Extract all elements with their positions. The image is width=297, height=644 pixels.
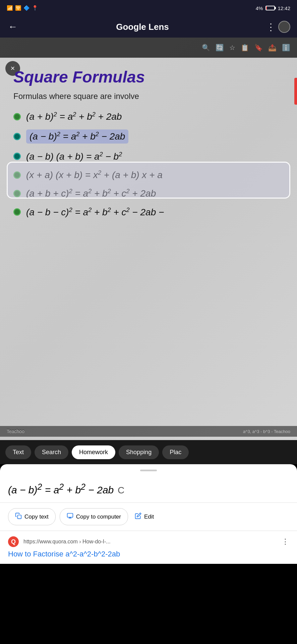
tab-places[interactable]: Plac	[162, 445, 189, 459]
list-item: (a − b) (a + b) = a2 − b2	[13, 151, 287, 162]
bluetooth-icon: 🔷	[23, 5, 30, 11]
svg-rect-1	[67, 514, 73, 518]
tab-shopping[interactable]: Shopping	[119, 445, 159, 459]
more-options-icon[interactable]: ⋮	[266, 21, 276, 33]
formula-text: (a − b) (a + b) = a2 − b2	[26, 151, 122, 162]
result-favicon: Q	[8, 536, 19, 547]
bullet-icon	[13, 153, 21, 160]
bottom-sheet: (a − b)2 = a2 + b2 − 2ab C Copy text	[0, 464, 297, 564]
header-title-bold: Lens	[148, 22, 169, 32]
result-item: Q https://www.quora.com › How-do-I-... ⋮	[8, 536, 289, 547]
status-bar: 📶 🛜 🔷 📍 4% 12:42	[0, 0, 297, 16]
copy-text-button[interactable]: Copy text	[8, 508, 56, 525]
image-bottom-bar: Teachoo a^3, a^3 - b^3 - Teachoo	[0, 426, 297, 437]
formula-subtitle: Formulas where square are involve	[13, 92, 287, 101]
bottom-text-right: a^3, a^3 - b^3 - Teachoo	[243, 429, 290, 434]
bullet-icon	[13, 133, 21, 140]
toolbar-icons: 🔍 🔄 ☆ 📋 🔖 📤 ℹ️	[202, 44, 290, 52]
formula-title: Square Formulas	[13, 68, 287, 86]
share-icon[interactable]: 📤	[268, 44, 277, 52]
formula-display: (a − b)2 = a2 + b2 − 2ab	[8, 484, 114, 495]
edit-label: Edit	[144, 514, 154, 520]
clock: 12:42	[278, 5, 290, 11]
copy-computer-icon	[67, 513, 73, 521]
bullet-icon	[13, 208, 21, 216]
action-buttons: Copy text Copy to computer Edit	[0, 503, 297, 531]
copy-computer-label: Copy to computer	[76, 514, 121, 520]
copy-to-computer-button[interactable]: Copy to computer	[60, 508, 128, 525]
header: ← Google Lens ⋮	[0, 16, 297, 38]
tab-homework[interactable]: Homework	[72, 445, 115, 459]
svg-rect-0	[18, 515, 21, 519]
formula-text: (a − b − c)2 = a2 + b2 + c2 − 2ab −	[26, 207, 164, 218]
bottom-text-left: Teachoo	[7, 429, 24, 434]
detected-formula: (a − b)2 = a2 + b2 − 2ab C	[0, 477, 297, 503]
tab-search[interactable]: Search	[35, 445, 68, 459]
zoom-icon[interactable]: 🔍	[202, 44, 210, 52]
copy-text-label: Copy text	[24, 514, 49, 520]
battery-icon	[265, 6, 275, 10]
edit-icon	[135, 513, 141, 521]
document-view: 🔍 🔄 ☆ 📋 🔖 📤 ℹ️ × Square Formulas Formula…	[0, 38, 297, 440]
book-content: Square Formulas Formulas where square ar…	[0, 58, 297, 228]
list-item: (a − b)2 = a2 + b2 − 2ab	[13, 129, 287, 143]
selection-overlay	[7, 162, 290, 199]
list-item: (a − b − c)2 = a2 + b2 + c2 − 2ab −	[13, 207, 287, 218]
header-icons: ⋮	[266, 21, 290, 33]
star-icon[interactable]: ☆	[229, 44, 235, 52]
formula-text: (a + b)2 = a2 + b2 + 2ab	[26, 111, 122, 122]
wifi-icon: 🛜	[15, 5, 21, 11]
header-title: Google Lens	[116, 22, 169, 32]
tabs-bar: Text Search Homework Shopping Plac	[0, 440, 297, 464]
bookmark-icon[interactable]: 🔖	[254, 44, 263, 52]
formula-suffix: C	[115, 485, 124, 495]
refresh-icon[interactable]: 🔄	[216, 44, 224, 52]
top-toolbar: 🔍 🔄 ☆ 📋 🔖 📤 ℹ️	[0, 38, 297, 58]
drag-handle[interactable]	[140, 470, 157, 471]
list-item: (a + b)2 = a2 + b2 + 2ab	[13, 111, 287, 122]
back-button[interactable]: ←	[7, 20, 19, 34]
battery-percent: 4%	[256, 5, 263, 11]
signal-icon: 📶	[7, 5, 13, 11]
info-icon[interactable]: ℹ️	[282, 44, 290, 52]
copy-text-icon	[15, 513, 22, 521]
formula-text: (a − b)2 = a2 + b2 − 2ab	[26, 129, 128, 143]
tab-text[interactable]: Text	[5, 445, 31, 459]
search-result: Q https://www.quora.com › How-do-I-... ⋮…	[0, 531, 297, 564]
result-url[interactable]: https://www.quora.com › How-do-I-...	[23, 539, 277, 545]
status-right: 4% 12:42	[256, 5, 290, 11]
edit-button[interactable]: Edit	[132, 508, 161, 525]
result-title[interactable]: How to Factorise a^2-a^2-b^2-2ab	[8, 550, 289, 558]
location-icon: 📍	[32, 5, 38, 11]
status-left: 📶 🛜 🔷 📍	[7, 5, 38, 11]
result-more-icon[interactable]: ⋮	[282, 537, 289, 546]
header-title-normal: Google	[116, 22, 148, 32]
tabs-icon[interactable]: 📋	[241, 44, 249, 52]
avatar[interactable]	[278, 21, 290, 33]
bullet-icon	[13, 113, 21, 120]
